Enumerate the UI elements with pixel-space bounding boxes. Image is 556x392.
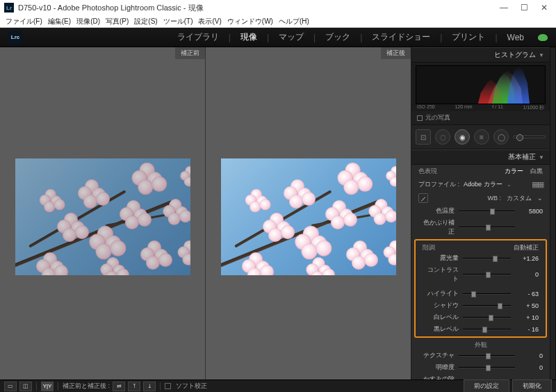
cloud-sync-icon[interactable] bbox=[538, 34, 548, 41]
swap-button[interactable]: ⇄ bbox=[113, 382, 125, 391]
basic-header[interactable]: 基本補正 ▼ bbox=[411, 149, 550, 165]
after-image[interactable] bbox=[221, 158, 396, 275]
profile-label: プロファイル : bbox=[418, 180, 459, 189]
module-develop[interactable]: 現像 bbox=[240, 31, 257, 43]
graduated-filter-tool[interactable]: ≡ bbox=[474, 129, 489, 145]
copy-before-button[interactable]: ⤒ bbox=[128, 382, 140, 391]
module-print[interactable]: プリント bbox=[452, 31, 485, 43]
before-after-yy-button[interactable]: Y|Y bbox=[41, 382, 54, 391]
exposure-value[interactable]: +1.26 bbox=[515, 255, 539, 262]
wb-label: WB : bbox=[488, 195, 502, 202]
clarity-slider[interactable] bbox=[459, 364, 515, 371]
profile-row[interactable]: プロファイル : Adobe カラー ⌄ ▦▦ bbox=[411, 178, 550, 191]
menu-help[interactable]: ヘルプ(H) bbox=[279, 17, 309, 26]
window-minimize-button[interactable]: — bbox=[500, 3, 508, 13]
app-header: Lrc Adobe Lightroom Classic PHOTOGRAFAN.… bbox=[0, 28, 556, 47]
histogram-title: ヒストグラム bbox=[494, 50, 536, 60]
blacks-slider[interactable] bbox=[463, 326, 511, 333]
compare-split-button[interactable]: ◫ bbox=[19, 382, 32, 391]
lrc-badge-icon: Lrc bbox=[8, 31, 22, 44]
module-library[interactable]: ライブラリ bbox=[177, 31, 219, 43]
basic-title: 基本補正 bbox=[508, 152, 536, 162]
menu-tools[interactable]: ツール(T) bbox=[163, 17, 193, 26]
treatment-label: 色表現 bbox=[418, 167, 437, 176]
temp-label: 色温度 bbox=[418, 206, 455, 215]
texture-value[interactable]: 0 bbox=[519, 352, 543, 359]
module-map[interactable]: マップ bbox=[279, 31, 304, 43]
loupe-view-button[interactable]: ▭ bbox=[4, 382, 17, 391]
shadows-slider[interactable] bbox=[463, 302, 511, 309]
compare-view: 補正前 補正後 bbox=[0, 47, 411, 379]
tool-strip: ⊡ ◌ ◉ ≡ ◯ bbox=[411, 125, 550, 149]
temp-value[interactable]: 5800 bbox=[519, 208, 543, 215]
collapse-icon: ▼ bbox=[539, 154, 544, 161]
profile-value: Adobe カラー bbox=[464, 180, 502, 189]
profile-browser-icon[interactable]: ▦▦ bbox=[532, 180, 543, 189]
shadows-label: シャドウ bbox=[423, 301, 459, 310]
module-slideshow[interactable]: スライドショー bbox=[372, 31, 430, 43]
tint-slider[interactable] bbox=[459, 224, 515, 231]
wb-value[interactable]: カスタム bbox=[507, 194, 532, 203]
original-photo-label: 元の写真 bbox=[425, 113, 450, 122]
previous-settings-button[interactable]: 前の設定 bbox=[464, 379, 509, 392]
chevron-down-icon: ⌄ bbox=[537, 195, 543, 202]
blacks-value[interactable]: - 16 bbox=[515, 326, 539, 333]
contrast-slider[interactable] bbox=[463, 271, 511, 278]
tone-highlight-box: 階調 自動補正 露光量 +1.26 コントラスト 0 ハイライト - 63 シャ… bbox=[414, 239, 547, 338]
shadows-value[interactable]: + 50 bbox=[515, 302, 539, 309]
softproof-checkbox[interactable] bbox=[165, 383, 171, 389]
wb-eyedropper-icon[interactable] bbox=[418, 193, 428, 203]
menu-view[interactable]: 表示(V) bbox=[198, 17, 221, 26]
window-close-button[interactable]: ✕ bbox=[541, 3, 548, 13]
histogram-focal: 120 mm bbox=[455, 104, 472, 111]
whites-label: 白レベル bbox=[423, 313, 459, 322]
texture-slider[interactable] bbox=[459, 352, 515, 359]
histogram-iso: ISO 250 bbox=[417, 104, 435, 111]
after-pane: 補正後 bbox=[205, 47, 411, 379]
exposure-slider[interactable] bbox=[463, 255, 511, 262]
redeye-tool[interactable]: ◉ bbox=[455, 129, 470, 145]
mask-slider[interactable] bbox=[513, 136, 546, 138]
chevron-down-icon: ⌄ bbox=[507, 181, 512, 188]
exposure-label: 露光量 bbox=[423, 254, 459, 263]
whites-value[interactable]: + 10 bbox=[515, 314, 539, 321]
module-book[interactable]: ブック bbox=[325, 31, 350, 43]
reset-button[interactable]: 初期化 bbox=[512, 379, 552, 392]
clarity-value[interactable]: 0 bbox=[519, 364, 543, 371]
blacks-label: 黒レベル bbox=[423, 325, 459, 334]
collapse-icon: ▼ bbox=[539, 52, 544, 58]
highlights-value[interactable]: - 63 bbox=[515, 291, 539, 297]
auto-tone-button[interactable]: 自動補正 bbox=[514, 243, 539, 252]
clarity-label: 明瞭度 bbox=[418, 363, 455, 372]
temp-slider[interactable] bbox=[459, 208, 515, 215]
treatment-bw[interactable]: 白黒 bbox=[530, 167, 543, 176]
histogram[interactable]: ISO 250 120 mm f / 11 1/1000 秒 bbox=[411, 63, 550, 111]
menu-settings[interactable]: 設定(S) bbox=[134, 17, 157, 26]
crop-tool[interactable]: ⊡ bbox=[416, 129, 431, 145]
contrast-value[interactable]: 0 bbox=[515, 271, 539, 278]
treatment-color[interactable]: カラー bbox=[505, 167, 523, 176]
before-label: 補正前 bbox=[175, 47, 205, 59]
original-photo-toggle[interactable]: 元の写真 bbox=[411, 111, 550, 125]
checkbox-icon bbox=[417, 115, 423, 121]
dehaze-label: かすみの除去 bbox=[418, 375, 455, 379]
histogram-header[interactable]: ヒストグラム ▼ bbox=[411, 47, 550, 63]
highlights-slider[interactable] bbox=[463, 291, 511, 297]
radial-filter-tool[interactable]: ◯ bbox=[493, 129, 509, 145]
spot-removal-tool[interactable]: ◌ bbox=[435, 129, 450, 145]
module-picker: ライブラリ| 現像| マップ| ブック| スライドショー| プリント| Web bbox=[177, 31, 548, 43]
menu-window[interactable]: ウィンドウ(W) bbox=[227, 17, 273, 26]
whites-slider[interactable] bbox=[463, 314, 511, 321]
texture-label: テクスチャ bbox=[418, 351, 455, 360]
module-web[interactable]: Web bbox=[507, 33, 524, 42]
panel-collapse-bar[interactable] bbox=[550, 47, 556, 379]
softproof-label: ソフト校正 bbox=[176, 382, 207, 391]
window-maximize-button[interactable]: ☐ bbox=[521, 3, 528, 13]
right-panel: ヒストグラム ▼ ISO 250 120 mm f / 11 1/1000 秒 … bbox=[411, 47, 550, 379]
copy-after-button[interactable]: ⤓ bbox=[143, 382, 156, 391]
before-image[interactable] bbox=[15, 158, 190, 275]
histogram-shutter: 1/1000 秒 bbox=[523, 104, 544, 111]
contrast-label: コントラスト bbox=[423, 266, 459, 284]
treatment-row: 色表現 カラー 白黒 bbox=[411, 165, 550, 178]
histogram-aperture: f / 11 bbox=[492, 104, 503, 111]
